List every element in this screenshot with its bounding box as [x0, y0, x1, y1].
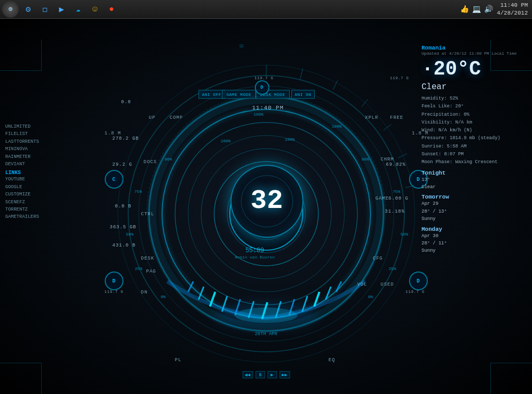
link-deviant[interactable]: DEVIANT — [5, 161, 96, 168]
game-mode-btn[interactable]: GAME MODE — [222, 90, 256, 99]
svg-text:25%: 25% — [134, 266, 142, 271]
volume-icon: 🔊 — [484, 5, 493, 14]
weather-pressure: Pressure: 1014.9 mb (steady) — [422, 134, 526, 142]
playback-controls: ◀◀ ⏸ ▶ ▶▶ — [242, 371, 290, 378]
val-431-0: 431.0 B — [113, 243, 136, 248]
taskbar-icon-skype[interactable]: ☁ — [71, 2, 85, 17]
svg-text:90%: 90% — [361, 157, 369, 162]
link-scenefz[interactable]: SCENEFZ — [5, 199, 96, 206]
weather-sunset: Sunset: 8:07 PM — [422, 151, 526, 158]
label-dn: DN — [141, 290, 148, 295]
weather-wind: Wind: N/A km/h (N) — [422, 127, 526, 134]
taskbar-left: ⊙ ⚙ ◻ ▶ ☁ ☺ ● — [0, 1, 119, 18]
circle-d-top[interactable]: D — [255, 80, 269, 95]
svg-text:100%: 100% — [331, 124, 341, 129]
play-btn[interactable]: ▶ — [267, 371, 277, 378]
torrent-section: UNLIMITED FILELIST LASTTORRENTS MININOVA… — [5, 123, 96, 168]
val-69-82: 69.82% — [386, 162, 406, 167]
val-119-tr: 119.7 G — [255, 76, 274, 80]
svg-point-14 — [235, 307, 298, 323]
taskbar-icon-emoji[interactable]: ☺ — [88, 2, 102, 17]
label-ctrl: CTRL — [141, 212, 155, 217]
link-rainmeter[interactable]: RAINMETER — [5, 153, 96, 161]
ani-on-btn[interactable]: ANI ON — [291, 90, 315, 99]
svg-line-20 — [398, 154, 407, 158]
weather-feels-like: Feels Like: 20° — [422, 103, 526, 110]
taskbar-icon-media[interactable]: ▶ — [54, 2, 69, 17]
val-363-5: 363.5 GB — [110, 225, 137, 230]
corner-bl — [0, 363, 42, 394]
monitor-icon: 💻 — [472, 5, 481, 14]
link-filelist[interactable]: FILELIST — [5, 130, 96, 138]
prev-btn[interactable]: ◀◀ — [242, 371, 253, 378]
corner-tl — [0, 40, 42, 71]
val-31-18: 31.18% — [385, 209, 405, 214]
svg-line-18 — [362, 99, 368, 107]
hud-time: 11:40 PM — [252, 105, 284, 111]
taskbar-icon-app[interactable]: ● — [104, 2, 119, 17]
svg-point-13 — [214, 302, 318, 328]
start-button[interactable]: ⊙ — [2, 1, 19, 18]
weather-tomorrow-date: Apr 29 — [422, 200, 526, 207]
svg-text:100%: 100% — [284, 137, 294, 142]
weather-tonight-detail: 13° Clear — [422, 176, 526, 191]
taskbar-icon-browser[interactable]: ◻ — [38, 2, 52, 17]
circle-d-br[interactable]: D — [409, 272, 428, 290]
weather-humidity: Humidity: 52% — [422, 95, 526, 103]
center-display: 32 — [230, 165, 303, 238]
svg-text:25%: 25% — [388, 266, 396, 271]
taskbar: ⊙ ⚙ ◻ ▶ ☁ ☺ ● 👍 💻 🔊 11:40 PM 4/28/2012 — [0, 0, 532, 19]
left-sidebar: UNLIMITED FILELIST LASTTORRENTS MININOVA… — [5, 123, 96, 223]
weather-precipitation: Precipitation: 0% — [422, 111, 526, 119]
ani-off-btn[interactable]: ANI OFF — [199, 90, 225, 99]
val-29-2: 29.2 G — [113, 162, 132, 167]
val-119-tl: 119.7 G — [105, 290, 123, 294]
link-mininova[interactable]: MININOVA — [5, 145, 96, 153]
label-comp: COMP — [170, 115, 183, 120]
weather-panel: Romania Updated at 4/28/12 11:00 PM Loca… — [422, 45, 526, 255]
link-lasttorrents[interactable]: LASTTORRENTS — [5, 138, 96, 145]
taskbar-date-value: 4/28/2012 — [497, 9, 528, 17]
svg-line-17 — [333, 80, 338, 90]
link-customize[interactable]: CUSTOMIZE — [5, 191, 96, 198]
link-unlimited[interactable]: UNLIMITED — [5, 123, 96, 130]
thumbs-up-icon: 👍 — [460, 5, 469, 14]
circle-c-left[interactable]: C — [105, 170, 123, 189]
svg-text:100%: 100% — [253, 112, 263, 117]
svg-text:0%: 0% — [160, 294, 166, 299]
weather-tomorrow-label: Tomorrow — [422, 194, 526, 200]
weather-sunrise: Sunrise: 5:58 AM — [422, 143, 526, 151]
svg-text:90%: 90% — [164, 157, 172, 162]
circle-d-bl[interactable]: D — [105, 272, 123, 290]
pause-btn[interactable]: ⏸ — [255, 371, 265, 378]
link-youtube[interactable]: YOUTUBE — [5, 176, 96, 183]
center-number: 32 — [251, 188, 283, 215]
track-time-value: 55:09 — [235, 247, 275, 254]
corner-tr — [490, 40, 532, 71]
weather-tomorrow-condition: Sunny — [422, 215, 526, 223]
val-6-00g: 6.00 G — [389, 196, 409, 201]
track-artist: Armin van Buuren — [235, 255, 275, 260]
label-chrm: CHRM — [381, 157, 394, 162]
link-google[interactable]: GOOGLE — [5, 183, 96, 191]
next-btn[interactable]: ▶▶ — [279, 371, 290, 378]
label-used: USED — [381, 282, 394, 287]
weather-monday-label: Monday — [422, 226, 526, 232]
label-desk: DESK — [141, 256, 155, 261]
svg-line-16 — [300, 69, 303, 79]
label-vol: VOL — [357, 282, 367, 287]
label-pag: PAG — [146, 269, 156, 274]
link-gametrailers[interactable]: GAMETRAILERS — [5, 213, 96, 220]
svg-text:100%: 100% — [220, 139, 230, 143]
weather-monday-condition: Sunny — [422, 247, 526, 254]
weather-monday-detail: Apr 30 28° / 11° Sunny — [422, 232, 526, 255]
label-docs: DOCS — [144, 159, 157, 165]
taskbar-icon-settings[interactable]: ⚙ — [21, 2, 35, 17]
links-section: YOUTUBE GOOGLE CUSTOMIZE SCENEFZ TORRENT… — [5, 176, 96, 220]
link-torrentz[interactable]: TORRENTZ — [5, 206, 96, 213]
label-game: GAME — [376, 196, 389, 201]
label-eq: EQ — [329, 358, 336, 363]
taskbar-time-value: 11:40 PM — [497, 2, 528, 9]
svg-text:75%: 75% — [134, 189, 142, 194]
svg-text:50%: 50% — [400, 232, 408, 237]
